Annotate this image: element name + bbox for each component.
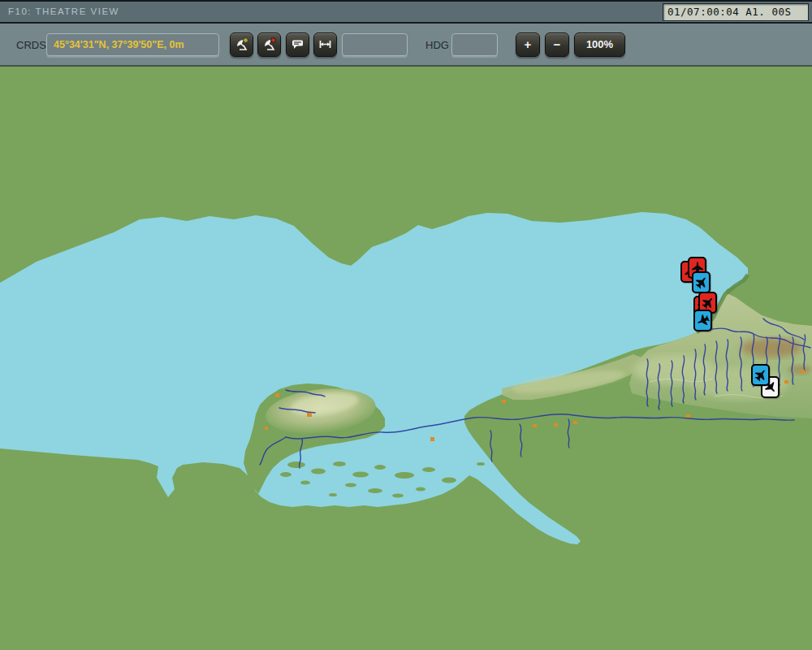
theatre-map[interactable] <box>0 67 812 650</box>
radar-coverage-yellow-button[interactable] <box>230 32 253 57</box>
zoom-out-button[interactable]: − <box>545 32 569 57</box>
fighter-silhouette-icon <box>754 366 768 384</box>
title-bar: F10: THEATRE VIEW 01/07:00:04 A1. 00S <box>0 0 812 24</box>
radar-coverage-red-button[interactable] <box>257 32 281 57</box>
zoom-in-button[interactable]: + <box>516 32 540 57</box>
crds-label: CRDS <box>16 39 46 51</box>
fighter-silhouette-icon <box>696 312 710 329</box>
blue-fighter-2-icon[interactable] <box>693 310 712 332</box>
coordinates-field[interactable]: 45°34'31"N, 37°39'50"E, 0m <box>46 33 219 56</box>
satellite-dish-yellow-icon <box>233 36 250 53</box>
message-labels-button[interactable] <box>286 32 309 57</box>
map-toolbar: CRDS 45°34'31"N, 37°39'50"E, 0m <box>0 24 812 67</box>
f10-theatre-view-window: F10: THEATRE VIEW 01/07:00:04 A1. 00S CR… <box>0 0 812 650</box>
hdg-label: HDG <box>425 39 449 51</box>
mission-clock: 01/07:00:04 A1. 00S <box>663 3 809 21</box>
blue-fighter-1-icon[interactable] <box>692 271 710 293</box>
message-bubble-icon <box>289 36 306 53</box>
fighter-silhouette-icon <box>694 274 709 291</box>
satellite-dish-red-icon <box>261 36 278 53</box>
fighter-silhouette-icon <box>701 294 715 311</box>
blue-fighter-3-icon[interactable] <box>751 364 770 386</box>
units-layer <box>0 67 812 650</box>
zoom-level-button[interactable]: 100% <box>574 32 625 57</box>
ruler-distance-icon <box>317 36 334 53</box>
secondary-field[interactable] <box>342 33 408 56</box>
page-title: F10: THEATRE VIEW <box>8 6 119 16</box>
hdg-field[interactable] <box>451 33 498 56</box>
measure-distance-button[interactable] <box>313 32 337 57</box>
